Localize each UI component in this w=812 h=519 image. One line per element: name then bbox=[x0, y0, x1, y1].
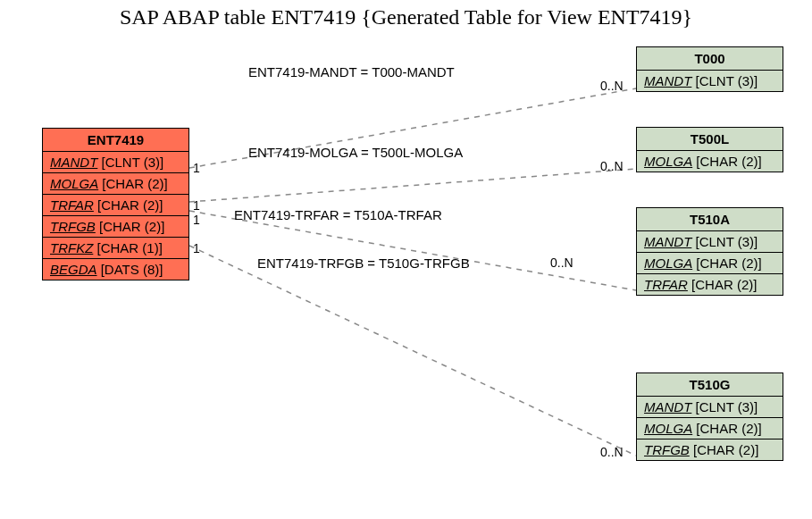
entity-ent7419: ENT7419 MANDT [CLNT (3)] MOLGA [CHAR (2)… bbox=[42, 128, 189, 280]
entity-t510g: T510G MANDT [CLNT (3)] MOLGA [CHAR (2)] … bbox=[636, 373, 783, 461]
svg-line-1 bbox=[189, 169, 636, 202]
cardinality-right-r1: 0..N bbox=[600, 159, 624, 173]
entity-t000: T000 MANDT [CLNT (3)] bbox=[636, 46, 783, 92]
diagram-title: SAP ABAP table ENT7419 {Generated Table … bbox=[0, 5, 812, 29]
entity-ent7419-field-mandt: MANDT [CLNT (3)] bbox=[43, 152, 188, 173]
entity-ent7419-field-trfgb: TRFGB [CHAR (2)] bbox=[43, 216, 188, 238]
cardinality-right-r3: 0..N bbox=[600, 445, 624, 459]
entity-t510a-field-trfar: TRFAR [CHAR (2)] bbox=[637, 274, 783, 295]
entity-t510a-header: T510A bbox=[637, 208, 783, 231]
entity-ent7419-field-begda: BEGDA [DATS (8)] bbox=[43, 259, 188, 280]
entity-t510a-field-mandt: MANDT [CLNT (3)] bbox=[637, 231, 783, 253]
entity-t500l: T500L MOLGA [CHAR (2)] bbox=[636, 127, 783, 172]
entity-t510g-header: T510G bbox=[637, 373, 783, 397]
entity-t000-field-mandt: MANDT [CLNT (3)] bbox=[637, 71, 783, 91]
entity-ent7419-field-trfkz: TRFKZ [CHAR (1)] bbox=[43, 238, 188, 259]
cardinality-right-r2: 0..N bbox=[550, 255, 573, 270]
entity-t510a-field-molga: MOLGA [CHAR (2)] bbox=[637, 253, 783, 274]
cardinality-right-r0: 0..N bbox=[600, 79, 624, 93]
entity-t500l-field-molga: MOLGA [CHAR (2)] bbox=[637, 151, 783, 172]
relation-label-trfar: ENT7419-TRFAR = T510A-TRFAR bbox=[234, 207, 442, 222]
entity-ent7419-field-molga: MOLGA [CHAR (2)] bbox=[43, 173, 188, 195]
cardinality-left-r2a: 1 bbox=[193, 198, 200, 213]
relation-label-trfgb: ENT7419-TRFGB = T510G-TRFGB bbox=[257, 255, 470, 271]
entity-t510a: T510A MANDT [CLNT (3)] MOLGA [CHAR (2)] … bbox=[636, 207, 783, 296]
svg-line-3 bbox=[189, 246, 636, 456]
entity-t000-header: T000 bbox=[637, 47, 783, 71]
cardinality-left-r2b: 1 bbox=[193, 213, 200, 227]
relation-label-molga: ENT7419-MOLGA = T500L-MOLGA bbox=[248, 145, 463, 160]
entity-t510g-field-trfgb: TRFGB [CHAR (2)] bbox=[637, 439, 783, 460]
entity-t500l-header: T500L bbox=[637, 128, 783, 151]
svg-line-2 bbox=[189, 211, 636, 290]
cardinality-left-r1: 1 bbox=[193, 161, 200, 175]
entity-ent7419-header: ENT7419 bbox=[43, 129, 188, 152]
entity-t510g-field-mandt: MANDT [CLNT (3)] bbox=[637, 397, 783, 418]
cardinality-left-r3: 1 bbox=[193, 241, 200, 255]
entity-t510g-field-molga: MOLGA [CHAR (2)] bbox=[637, 418, 783, 439]
entity-ent7419-field-trfar: TRFAR [CHAR (2)] bbox=[43, 195, 188, 216]
relation-label-mandt: ENT7419-MANDT = T000-MANDT bbox=[248, 64, 455, 80]
